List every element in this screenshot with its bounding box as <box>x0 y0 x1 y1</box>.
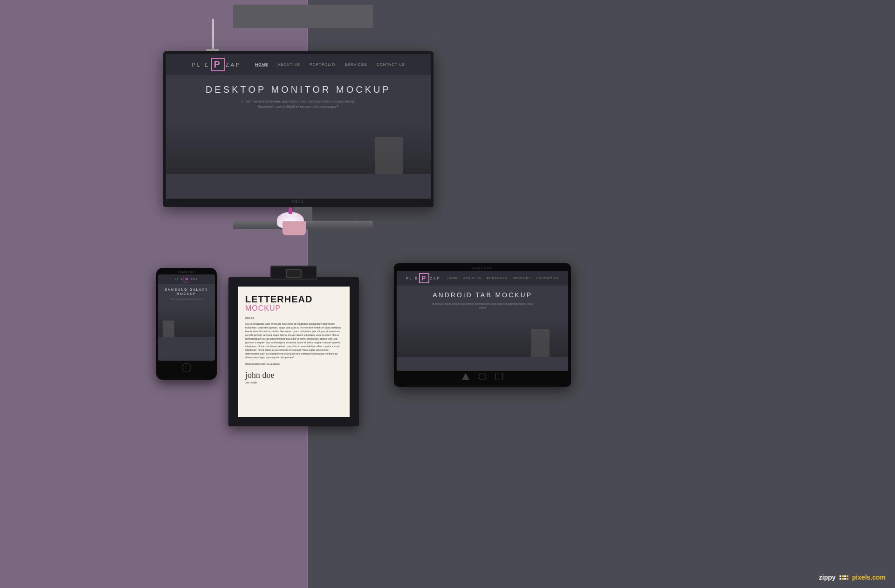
phone-nav: PL E P ZAP <box>158 274 215 284</box>
monitor-description: Ut enim ad minima veniam, quis nostrum e… <box>233 99 364 109</box>
phone-logo-text2: ZAP <box>191 278 198 280</box>
tablet-body: SAMSUNG PL E P ZAP HOME ABOUT US PORTFOL… <box>394 263 571 387</box>
monitor-screen: PL E P ZAP HOME ABOUT US PORTFOLIO SERVI… <box>166 54 431 198</box>
monitor-hero: DESKTOP MONITOR MOCKUP Ut enim ad minima… <box>166 75 431 118</box>
phone-person <box>163 321 174 337</box>
monitor-nav-links: HOME ABOUT US PORTFOLIO SERVICES CONTACT… <box>255 62 405 67</box>
cupcake <box>279 210 309 240</box>
letterhead-salutation: Dear Sir, <box>245 316 342 319</box>
nav-services: SERVICES <box>344 62 367 67</box>
nav-portfolio: PORTFOLIO <box>310 62 335 67</box>
tablet-nav-contact: CONTACT US <box>536 277 558 280</box>
cupcake-base <box>282 221 306 235</box>
monitor-bottom-bar: DELL <box>166 198 431 204</box>
tablet-title: ANDROID TAB MOCKUP <box>406 291 559 299</box>
phone-body: SAMSUNG PL E P ZAP SAMSUNG GALAXY MOCKUP… <box>156 268 217 380</box>
monitor-stand-back <box>233 5 373 28</box>
tablet-nav-links: HOME ABOUT US PORTFOLIO SERVICES CONTACT… <box>448 277 559 280</box>
phone-brand: SAMSUNG <box>158 271 215 273</box>
phone-screen: PL E P ZAP SAMSUNG GALAXY MOCKUP Lorem i… <box>158 274 215 361</box>
monitor-logo: PL E P ZAP <box>192 58 241 71</box>
letterhead-subtitle: MOCKUP <box>245 304 342 313</box>
nav-contact: CONTACT US <box>377 62 405 67</box>
tablet-hero-image <box>397 315 568 357</box>
nav-home: HOME <box>255 62 268 67</box>
tablet-wrapper: SAMSUNG PL E P ZAP HOME ABOUT US PORTFOL… <box>394 263 571 387</box>
phone-logo-p: P <box>184 276 190 282</box>
watermark: zippy pixels.com <box>819 574 886 581</box>
tablet-recents-button[interactable] <box>496 373 503 380</box>
phone-wrapper: SAMSUNG PL E P ZAP SAMSUNG GALAXY MOCKUP… <box>156 268 217 380</box>
phone-desc: Lorem ipsum dolor sit amet consectetur <box>161 298 212 301</box>
phone-logo: PL E P ZAP <box>175 276 198 282</box>
clipboard-wrapper: LETTERHEAD MOCKUP Dear Sir, Sed ut persp… <box>228 266 359 426</box>
monitor-logo-p: P <box>211 58 225 71</box>
tablet-logo-text: PL E <box>406 277 419 280</box>
monitor-body: PL E P ZAP HOME ABOUT US PORTFOLIO SERVI… <box>163 51 434 207</box>
phone-home-button[interactable] <box>182 363 191 372</box>
tablet-nav: PL E P ZAP HOME ABOUT US PORTFOLIO SERVI… <box>397 271 568 286</box>
tablet-description: Ut enim ad minima veniam, quis nostrum e… <box>431 302 534 309</box>
monitor-brand: DELL <box>291 200 305 203</box>
letterhead-paper: LETTERHEAD MOCKUP Dear Sir, Sed ut persp… <box>238 287 350 417</box>
phone-hero: SAMSUNG GALAXY MOCKUP Lorem ipsum dolor … <box>158 284 215 304</box>
watermark-brand1: zippy <box>819 574 836 581</box>
monitor-logo-text2: ZAP <box>226 62 241 68</box>
watermark-grid-icon <box>840 575 848 580</box>
tablet-logo-p: P <box>419 273 429 283</box>
tablet-screen: PL E P ZAP HOME ABOUT US PORTFOLIO SERVI… <box>397 271 568 371</box>
monitor: PL E P ZAP HOME ABOUT US PORTFOLIO SERVI… <box>163 51 443 229</box>
clipboard-board: LETTERHEAD MOCKUP Dear Sir, Sed ut persp… <box>228 277 359 426</box>
watermark-brand2: pixels.com <box>852 574 886 581</box>
nav-about: ABOUT US <box>277 62 300 67</box>
tablet-logo: PL E P ZAP <box>406 273 441 283</box>
tablet-back-button[interactable] <box>462 373 469 380</box>
monitor-hero-person <box>375 137 403 174</box>
monitor-hero-image <box>166 118 431 174</box>
tablet-hero-person <box>531 329 550 357</box>
tablet-nav-home: HOME <box>448 277 458 280</box>
monitor-logo-text: PL E <box>192 62 210 68</box>
letterhead-name: John Smith <box>245 381 342 384</box>
tablet-brand: SAMSUNG <box>397 267 568 270</box>
tablet-home-button[interactable] <box>479 373 486 380</box>
letterhead-title: LETTERHEAD <box>245 294 342 304</box>
phone-logo-text: PL E <box>175 278 184 280</box>
tablet-logo-text2: ZAP <box>430 277 441 280</box>
monitor-nav: PL E P ZAP HOME ABOUT US PORTFOLIO SERVI… <box>166 54 431 75</box>
tablet-hero: ANDROID TAB MOCKUP Ut enim ad minima ven… <box>397 286 568 315</box>
tablet-bottom-bar <box>397 371 568 382</box>
phone-title: SAMSUNG GALAXY MOCKUP <box>161 287 212 296</box>
cupcake-top <box>289 207 292 214</box>
tablet-nav-about: ABOUT US <box>463 277 482 280</box>
scene: PL E P ZAP HOME ABOUT US PORTFOLIO SERVI… <box>0 0 895 588</box>
phone-hero-image <box>158 304 215 337</box>
letterhead-signature: john doe <box>245 370 342 380</box>
letterhead-body: Sed ut perspiciatis unde omnis iste natu… <box>245 322 342 359</box>
letterhead-closing: Reprehenderit qui in ea voluptate <box>245 362 342 366</box>
monitor-title: DESKTOP MONITOR MOCKUP <box>185 84 412 95</box>
clipboard-clip <box>270 266 317 280</box>
tablet-nav-services: SERVICES <box>513 277 530 280</box>
tablet-nav-portfolio: PORTFOLIO <box>487 277 508 280</box>
